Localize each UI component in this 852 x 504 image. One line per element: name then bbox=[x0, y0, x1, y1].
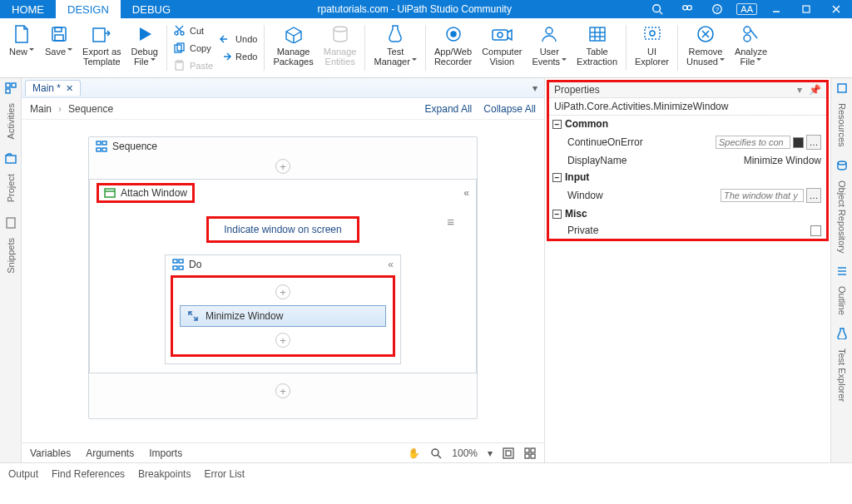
redo-button[interactable]: Redo bbox=[220, 48, 257, 65]
do-collapse-icon[interactable]: « bbox=[388, 259, 394, 270]
prop-private: Private bbox=[549, 222, 826, 239]
imports-tab[interactable]: Imports bbox=[149, 447, 182, 459]
user-badge[interactable]: AA bbox=[736, 3, 757, 15]
project-icon[interactable] bbox=[4, 152, 17, 166]
properties-panel: Properties ▾ 📌 UiPath.Core.Activities.Mi… bbox=[544, 78, 830, 462]
collapse-icon[interactable]: « bbox=[463, 187, 469, 199]
svg-rect-46 bbox=[7, 218, 15, 228]
object-repository-tab[interactable]: Object Repository bbox=[837, 180, 847, 253]
test-explorer-icon[interactable] bbox=[835, 327, 849, 340]
zoom-level[interactable]: 100% bbox=[452, 447, 478, 459]
indicate-window-button[interactable]: Indicate window on screen bbox=[206, 216, 359, 243]
tab-design[interactable]: DESIGN bbox=[56, 0, 121, 18]
minimize-window-title: Minimize Window bbox=[206, 310, 283, 322]
expand-all-button[interactable]: Expand All bbox=[425, 103, 473, 115]
outline-tab[interactable]: Outline bbox=[837, 286, 847, 315]
pin-icon[interactable]: 📌 bbox=[809, 84, 821, 96]
svg-rect-51 bbox=[105, 189, 115, 197]
svg-rect-60 bbox=[506, 451, 511, 456]
group-input[interactable]: −Input bbox=[549, 169, 826, 185]
analyze-file-button[interactable]: Analyze File bbox=[730, 20, 772, 76]
output-tab[interactable]: Output bbox=[8, 468, 38, 480]
cut-button[interactable]: Cut bbox=[174, 22, 213, 39]
breakpoints-tab[interactable]: Breakpoints bbox=[138, 468, 191, 480]
outline-icon[interactable] bbox=[835, 264, 849, 278]
feedback-icon[interactable] bbox=[676, 0, 698, 18]
activities-tab[interactable]: Activities bbox=[6, 103, 16, 139]
app-web-recorder-button[interactable]: App/Web Recorder bbox=[429, 20, 477, 76]
table-extraction-button[interactable]: Table Extraction bbox=[572, 20, 622, 76]
object-repo-icon[interactable] bbox=[835, 159, 849, 172]
pan-icon[interactable]: ✋ bbox=[408, 447, 420, 459]
add-activity-button[interactable]: + bbox=[275, 159, 290, 174]
svg-point-25 bbox=[451, 32, 456, 37]
maximize-icon[interactable] bbox=[795, 0, 817, 18]
minimize-window-activity[interactable]: Minimize Window bbox=[180, 305, 386, 327]
display-name-value[interactable]: Minimize Window bbox=[744, 155, 821, 166]
chevron-down-icon[interactable]: ▾ bbox=[488, 447, 493, 459]
tab-dropdown-icon[interactable]: ▾ bbox=[532, 82, 537, 94]
overview-icon[interactable] bbox=[524, 447, 536, 459]
panel-dropdown-icon[interactable]: ▾ bbox=[797, 84, 802, 96]
help-icon[interactable]: ? bbox=[706, 0, 728, 18]
test-explorer-tab[interactable]: Test Explorer bbox=[837, 348, 847, 402]
svg-line-41 bbox=[750, 30, 757, 38]
breadcrumb-root[interactable]: Main bbox=[30, 103, 52, 115]
doc-tab-main[interactable]: Main * ✕ bbox=[25, 80, 81, 96]
svg-rect-45 bbox=[6, 156, 16, 163]
find-references-tab[interactable]: Find References bbox=[52, 468, 125, 480]
tab-debug[interactable]: DEBUG bbox=[121, 0, 182, 18]
sequence-container[interactable]: Sequence + Attach Window « bbox=[88, 136, 478, 419]
copy-button[interactable]: Copy bbox=[174, 40, 213, 57]
collapse-all-button[interactable]: Collapse All bbox=[483, 103, 536, 115]
window-input[interactable] bbox=[721, 189, 804, 202]
close-icon[interactable] bbox=[825, 0, 847, 18]
new-button[interactable]: New bbox=[3, 20, 40, 76]
continue-on-error-input[interactable] bbox=[716, 136, 790, 149]
do-sequence[interactable]: Do « + Minimize Window + bbox=[165, 254, 401, 364]
group-misc[interactable]: −Misc bbox=[549, 205, 826, 222]
error-list-tab[interactable]: Error List bbox=[204, 468, 245, 480]
add-activity-button[interactable]: + bbox=[275, 284, 290, 299]
continue-on-error-checkbox[interactable] bbox=[793, 137, 804, 148]
attach-window-activity[interactable]: Attach Window « Indicate window on scree… bbox=[89, 179, 477, 373]
breadcrumb-leaf[interactable]: Sequence bbox=[68, 103, 113, 115]
zoom-icon[interactable] bbox=[430, 447, 442, 459]
svg-rect-64 bbox=[531, 454, 535, 458]
expression-editor-button[interactable]: … bbox=[806, 135, 821, 150]
tab-home[interactable]: HOME bbox=[0, 0, 56, 18]
undo-button[interactable]: Undo bbox=[220, 31, 257, 47]
snippets-tab[interactable]: Snippets bbox=[6, 238, 16, 274]
save-button[interactable]: Save bbox=[40, 20, 77, 76]
export-template-button[interactable]: Export as Template bbox=[77, 20, 126, 76]
resources-tab[interactable]: Resources bbox=[837, 103, 847, 147]
project-tab[interactable]: Project bbox=[6, 174, 16, 202]
svg-rect-65 bbox=[838, 84, 846, 92]
svg-rect-56 bbox=[179, 266, 183, 269]
group-common[interactable]: −Common bbox=[549, 116, 826, 132]
user-events-button[interactable]: User Events bbox=[527, 20, 572, 76]
activities-icon[interactable] bbox=[4, 82, 17, 95]
minimize-icon[interactable] bbox=[765, 0, 787, 18]
manage-packages-button[interactable]: Manage Packages bbox=[268, 20, 318, 76]
remove-unused-button[interactable]: Remove Unused bbox=[681, 20, 730, 76]
ui-explorer-button[interactable]: UI Explorer bbox=[630, 20, 674, 76]
fit-screen-icon[interactable] bbox=[503, 447, 514, 459]
arguments-tab[interactable]: Arguments bbox=[86, 447, 134, 459]
variables-tab[interactable]: Variables bbox=[30, 447, 71, 459]
debug-file-button[interactable]: Debug File bbox=[126, 20, 163, 76]
computer-vision-button[interactable]: Computer Vision bbox=[477, 20, 527, 76]
close-tab-icon[interactable]: ✕ bbox=[66, 83, 73, 94]
test-manager-button[interactable]: Test Manager bbox=[369, 20, 421, 76]
add-activity-button[interactable]: + bbox=[275, 383, 290, 398]
expression-editor-button[interactable]: … bbox=[806, 188, 821, 203]
snippets-icon[interactable] bbox=[4, 216, 17, 230]
add-activity-button[interactable]: + bbox=[275, 333, 290, 348]
private-checkbox[interactable] bbox=[810, 225, 821, 236]
search-icon[interactable] bbox=[646, 0, 668, 18]
svg-point-57 bbox=[432, 449, 438, 456]
designer-canvas[interactable]: Sequence + Attach Window « bbox=[22, 120, 544, 442]
resources-icon[interactable] bbox=[835, 82, 849, 95]
hamburger-icon[interactable]: ≡ bbox=[447, 215, 454, 229]
svg-rect-55 bbox=[173, 266, 177, 269]
